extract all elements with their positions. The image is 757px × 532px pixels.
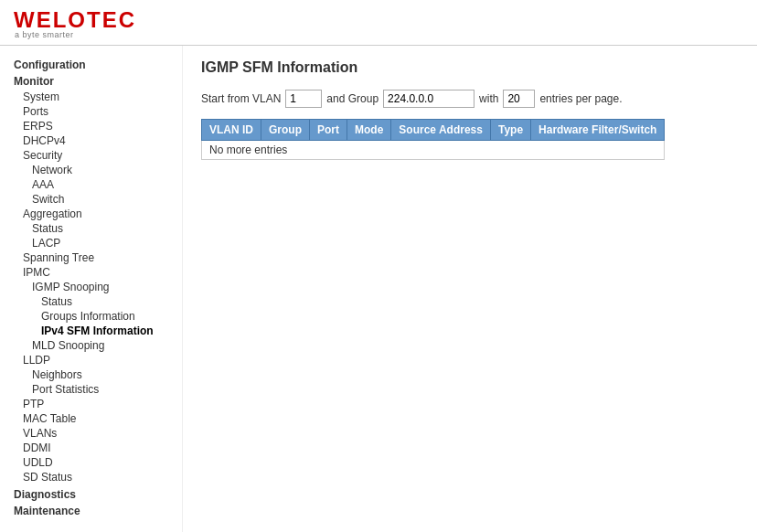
col-source-address: Source Address (391, 120, 491, 141)
sidebar-item-igmp-snooping[interactable]: IGMP Snooping (14, 280, 182, 294)
sidebar-item-aggregation[interactable]: Aggregation (14, 207, 182, 221)
entries-input[interactable] (503, 90, 535, 108)
configuration-header: Configuration (14, 59, 182, 71)
table-header-row: VLAN ID Group Port Mode Source Address T… (202, 120, 665, 141)
sidebar-item-lacp[interactable]: LACP (14, 236, 182, 250)
sidebar-item-ptp[interactable]: PTP (14, 397, 182, 411)
sidebar-item-ipmc[interactable]: IPMC (14, 265, 182, 280)
sidebar-item-spanning-tree[interactable]: Spanning Tree (14, 250, 182, 265)
sidebar-item-port-statistics[interactable]: Port Statistics (14, 382, 182, 397)
vlan-input[interactable] (285, 90, 322, 108)
sidebar-item-status[interactable]: Status (14, 221, 182, 236)
col-hardware-filter: Hardware Filter/Switch (531, 120, 665, 141)
data-table: VLAN ID Group Port Mode Source Address T… (201, 119, 665, 160)
sidebar-item-security[interactable]: Security (14, 148, 182, 163)
layout: Configuration Monitor SystemPortsERPSDHC… (0, 46, 757, 532)
col-type: Type (490, 120, 530, 141)
sidebar-item-ipv4-sfm[interactable]: IPv4 SFM Information (14, 324, 182, 338)
sidebar-items: SystemPortsERPSDHCPv4SecurityNetworkAAAS… (14, 90, 182, 484)
sidebar-item-switch[interactable]: Switch (14, 192, 182, 207)
sidebar-item-neighbors[interactable]: Neighbors (14, 367, 182, 382)
logo-brand: WELOTEC (14, 9, 743, 31)
start-from-vlan-label: Start from VLAN (201, 92, 281, 105)
main-content: IGMP SFM Information Start from VLAN and… (183, 46, 757, 532)
group-input[interactable] (383, 90, 474, 108)
sidebar-item-igmp-status[interactable]: Status (14, 294, 182, 309)
sidebar-item-erps[interactable]: ERPS (14, 119, 182, 133)
diagnostics-header: Diagnostics (14, 488, 182, 501)
sidebar-item-ports[interactable]: Ports (14, 104, 182, 119)
col-mode: Mode (347, 120, 391, 141)
col-group: Group (261, 120, 310, 141)
sidebar-item-vlans[interactable]: VLANs (14, 426, 182, 441)
filter-row: Start from VLAN and Group with entries p… (201, 90, 739, 108)
and-group-label: and Group (326, 92, 378, 105)
logo: WELOTEC a byte smarter (14, 9, 743, 39)
page-title: IGMP SFM Information (201, 59, 739, 76)
sidebar-item-aaa[interactable]: AAA (14, 177, 182, 192)
header: WELOTEC a byte smarter (0, 0, 757, 46)
col-port: Port (310, 120, 347, 141)
sidebar-item-sd-status[interactable]: SD Status (14, 470, 182, 484)
sidebar-item-system[interactable]: System (14, 90, 182, 104)
monitor-header: Monitor (14, 75, 182, 88)
sidebar-item-groups-information[interactable]: Groups Information (14, 309, 182, 324)
col-vlan-id: VLAN ID (202, 120, 261, 141)
sidebar: Configuration Monitor SystemPortsERPSDHC… (0, 46, 183, 532)
entries-per-page-label: entries per page. (539, 92, 622, 105)
sidebar-item-dhcpv4[interactable]: DHCPv4 (14, 133, 182, 148)
sidebar-item-ddmi[interactable]: DDMI (14, 441, 182, 455)
sidebar-item-network[interactable]: Network (14, 163, 182, 177)
sidebar-item-mac-table[interactable]: MAC Table (14, 411, 182, 426)
no-entries-cell: No more entries (202, 141, 665, 160)
sidebar-item-udld[interactable]: UDLD (14, 455, 182, 470)
table-row: No more entries (202, 141, 665, 160)
sidebar-item-lldp[interactable]: LLDP (14, 353, 182, 367)
sidebar-item-mld-snooping[interactable]: MLD Snooping (14, 338, 182, 353)
with-label: with (479, 92, 498, 105)
maintenance-header: Maintenance (14, 505, 182, 517)
logo-tagline: a byte smarter (15, 31, 743, 39)
